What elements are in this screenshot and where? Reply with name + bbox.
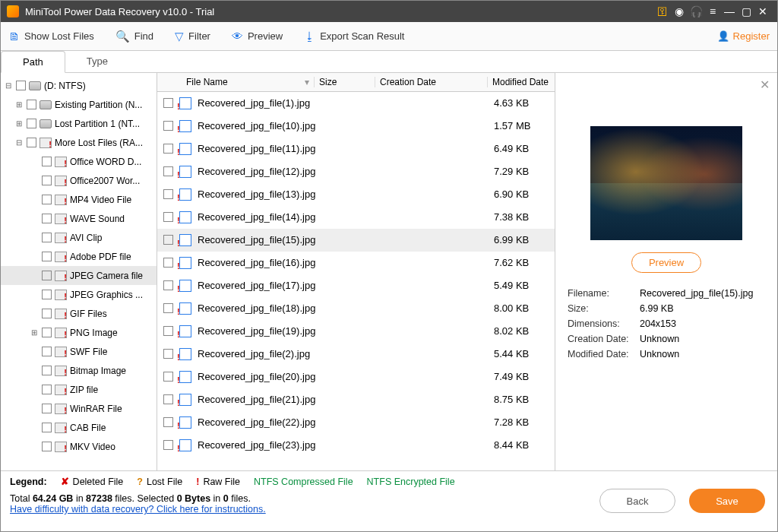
checkbox[interactable] [42,309,52,318]
checkbox[interactable] [42,385,52,394]
help-link[interactable]: Have difficulty with data recovery? Clic… [10,504,266,515]
minimize-button[interactable]: — [721,5,738,17]
file-rows[interactable]: Recovered_jpg_file(1).jpg4.63 KBRecovere… [157,92,555,470]
expand-icon[interactable]: ⊞ [14,100,24,109]
checkbox[interactable] [42,176,52,185]
checkbox[interactable] [163,326,173,336]
back-button[interactable]: Back [599,489,675,513]
col-modified[interactable]: Modified Date [488,77,555,87]
checkbox[interactable] [42,404,52,413]
tree-node-filetype[interactable]: WAVE Sound [1,209,157,228]
checkbox[interactable] [27,100,36,109]
tree-node-filetype[interactable]: SWF File [1,342,157,361]
checkbox[interactable] [42,252,52,261]
checkbox[interactable] [163,189,173,199]
checkbox[interactable] [163,349,173,359]
expand-icon[interactable]: ⊞ [14,119,24,128]
checkbox[interactable] [16,81,26,90]
file-row[interactable]: Recovered_jpg_file(14).jpg7.38 KB [157,206,555,229]
file-row[interactable]: Recovered_jpg_file(20).jpg7.49 KB [157,366,555,388]
disc-icon[interactable]: ◉ [671,5,688,17]
find-button[interactable]: 🔍Find [115,30,153,43]
col-filename[interactable]: File Name▾ [182,77,315,87]
checkbox[interactable] [163,303,173,313]
checkbox[interactable] [42,157,52,166]
file-row[interactable]: Recovered_jpg_file(19).jpg8.02 KB [157,320,555,343]
col-created[interactable]: Creation Date [375,77,488,87]
checkbox[interactable] [42,233,52,242]
tree-node-filetype[interactable]: GIF Files [1,304,157,323]
register-button[interactable]: 👤Register [717,30,770,42]
tree-node-filetype[interactable]: Office2007 Wor... [1,171,157,190]
file-row[interactable]: Recovered_jpg_file(16).jpg7.62 KB [157,252,555,274]
key-icon[interactable]: ⚿ [654,5,671,17]
file-row[interactable]: Recovered_jpg_file(2).jpg5.44 KB [157,343,555,366]
checkbox[interactable] [163,166,173,176]
checkbox[interactable] [42,366,52,375]
tree-node-filetype[interactable]: Office WORD D... [1,152,157,171]
headset-icon[interactable]: 🎧 [688,5,704,17]
tree-node-filetype[interactable]: Adobe PDF file [1,247,157,266]
checkbox[interactable] [163,144,173,154]
tree-node-more-lost[interactable]: ⊟More Lost Files (RA... [1,133,157,152]
expand-icon[interactable]: ⊞ [30,328,39,337]
file-row[interactable]: Recovered_jpg_file(21).jpg8.75 KB [157,388,555,411]
checkbox[interactable] [42,214,52,223]
tree-node-filetype[interactable]: MKV Video [1,437,157,456]
checkbox[interactable] [163,372,173,382]
checkbox[interactable] [163,235,173,245]
file-row[interactable]: Recovered_jpg_file(11).jpg6.49 KB [157,138,555,160]
file-row[interactable]: Recovered_jpg_file(18).jpg8.00 KB [157,297,555,320]
tree-node-filetype[interactable]: CAB File [1,418,157,437]
tree-node-existing[interactable]: ⊞Existing Partition (N... [1,95,157,114]
tree-node-lost[interactable]: ⊞Lost Partition 1 (NT... [1,114,157,133]
tree-node-filetype[interactable]: WinRAR File [1,399,157,418]
file-row[interactable]: Recovered_jpg_file(12).jpg7.29 KB [157,160,555,183]
file-row[interactable]: Recovered_jpg_file(22).jpg7.28 KB [157,411,555,434]
checkbox[interactable] [163,258,173,268]
checkbox[interactable] [42,442,52,451]
file-row[interactable]: Recovered_jpg_file(23).jpg8.44 KB [157,434,555,457]
maximize-button[interactable]: ▢ [738,5,754,17]
col-size[interactable]: Size [315,77,375,87]
checkbox[interactable] [27,138,36,147]
checkbox[interactable] [27,119,36,128]
open-preview-button[interactable]: Preview [631,252,701,273]
tab-type[interactable]: Type [65,51,129,72]
checkbox[interactable] [42,290,52,299]
tree-node-filetype[interactable]: MP4 Video File [1,190,157,209]
checkbox[interactable] [42,347,52,356]
file-row[interactable]: Recovered_jpg_file(10).jpg1.57 MB [157,115,555,138]
checkbox[interactable] [163,212,173,222]
tree-node-filetype[interactable]: Bitmap Image [1,361,157,380]
checkbox[interactable] [42,328,52,337]
show-lost-files-button[interactable]: 🗎Show Lost Files [8,30,94,43]
checkbox[interactable] [163,280,173,290]
checkbox[interactable] [163,417,173,427]
collapse-icon[interactable]: ⊟ [14,138,24,147]
file-row[interactable]: Recovered_jpg_file(15).jpg6.99 KB [157,229,555,252]
checkbox[interactable] [163,98,173,108]
save-button[interactable]: Save [689,489,765,513]
tree-node-filetype[interactable]: ZIP file [1,380,157,399]
tab-path[interactable]: Path [1,51,65,73]
checkbox[interactable] [163,440,173,450]
tree-node-filetype[interactable]: JPEG Camera file [1,266,157,285]
collapse-icon[interactable]: ⊟ [4,81,13,90]
filter-button[interactable]: ▽Filter [175,30,210,43]
close-button[interactable]: ✕ [754,5,771,17]
tree-node-filetype[interactable]: JPEG Graphics ... [1,285,157,304]
checkbox[interactable] [42,195,52,204]
checkbox[interactable] [42,271,52,280]
file-row[interactable]: Recovered_jpg_file(1).jpg4.63 KB [157,92,555,115]
checkbox[interactable] [163,394,173,404]
tree-node-root[interactable]: ⊟(D: NTFS) [1,76,157,95]
tree-node-filetype[interactable]: AVI Clip [1,228,157,247]
preview-button[interactable]: 👁Preview [232,30,283,43]
export-button[interactable]: ⭳Export Scan Result [304,30,404,43]
file-row[interactable]: Recovered_jpg_file(13).jpg6.90 KB [157,183,555,206]
close-preview-icon[interactable]: ✕ [760,78,770,92]
tree-node-filetype[interactable]: ⊞PNG Image [1,323,157,342]
checkbox[interactable] [42,423,52,432]
checkbox[interactable] [163,121,173,131]
